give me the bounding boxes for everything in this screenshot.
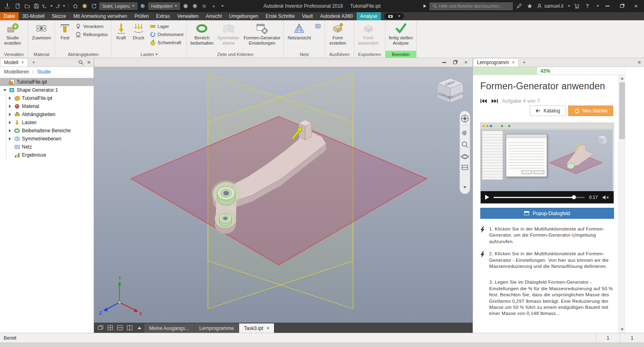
group-label-lasten[interactable]: Lasten ▾ [111, 51, 187, 58]
druck-button[interactable]: Druck [130, 22, 147, 41]
schwerkraft-button[interactable]: Schwerkraft [148, 39, 185, 46]
toolbar-overflow-caret[interactable] [221, 5, 224, 7]
tree-item-abhaengigkeiten[interactable]: Abhängigkeiten [6, 110, 94, 119]
maximize-button[interactable] [616, 1, 627, 11]
tree-item-material[interactable]: Material [6, 102, 94, 110]
tab-vault[interactable]: Vault [298, 12, 316, 20]
search-input[interactable] [439, 4, 510, 9]
volume-muted-icon[interactable] [602, 195, 609, 200]
popup-dialogfeld-button[interactable]: Popup-Dialogfeld [480, 208, 614, 219]
expander-closed-icon[interactable] [8, 105, 12, 108]
home-button[interactable] [71, 2, 79, 10]
appearance-select[interactable]: Halbpoliert [148, 2, 180, 10]
netzansicht-button[interactable]: Netzansicht [286, 22, 312, 41]
expander-closed-icon[interactable] [8, 121, 12, 124]
scroll-up-icon[interactable] [620, 77, 624, 80]
modellieren-link[interactable]: Modellieren [4, 69, 29, 75]
tab-modell[interactable]: Modell × [0, 58, 28, 67]
store-button[interactable] [573, 2, 581, 10]
vertical-tile-icon[interactable] [125, 323, 134, 333]
tab-autodesk-a360[interactable]: Autodesk A360 [317, 12, 357, 20]
tab-erste-schritte[interactable]: Erste Schritte [262, 12, 298, 20]
scroll-down-icon[interactable] [620, 328, 624, 331]
horizontal-tile-icon[interactable] [115, 323, 124, 333]
3d-viewport[interactable]: OBEN VORNE RECHTS [94, 67, 473, 323]
tutorial-scrollbar[interactable] [618, 75, 625, 333]
tree-item-ergebnisse[interactable]: Ergebnisse [6, 151, 94, 159]
run-step-button[interactable] [480, 226, 486, 245]
group-label-ziele-und-kriterien[interactable]: Ziele und Kriterien [187, 51, 283, 58]
favorites-button[interactable] [526, 2, 534, 10]
user-account-menu[interactable]: samuel.li [537, 3, 570, 9]
video-progress-track[interactable] [494, 197, 585, 198]
tab-datei[interactable]: Datei [0, 12, 19, 20]
close-window-button[interactable]: × [630, 1, 642, 11]
tab-lernprogramm[interactable]: Lernprogramm × [473, 58, 519, 67]
katalog-button[interactable]: Katalog [530, 106, 566, 116]
tree-item-shape-generator[interactable]: Shape Generator:1 [0, 86, 94, 94]
run-step-button[interactable] [480, 251, 486, 269]
lager-button[interactable]: Lager [148, 23, 185, 30]
doc-tab-meine-ausgangsseite[interactable]: Meine Ausgangs... × [144, 323, 194, 333]
tutorial-menu-icon[interactable]: ≡ [638, 60, 641, 65]
group-label-ausfuehren[interactable]: Ausführen [325, 51, 353, 58]
video-progress-knob[interactable] [572, 195, 576, 199]
tab-ansicht[interactable]: Ansicht [202, 12, 225, 20]
expander-closed-icon[interactable] [8, 137, 12, 140]
parameters-fx-button[interactable]: fx [200, 2, 208, 10]
group-label-exportieren[interactable]: Exportieren [354, 51, 385, 58]
tab-3d-modell[interactable]: 3D-Modell [19, 12, 48, 20]
scrollbar-thumb[interactable] [619, 82, 625, 139]
tile-windows-icon[interactable] [105, 323, 115, 333]
viewport-restore-button[interactable] [450, 59, 460, 66]
form-erstellen-button[interactable]: Form erstellen [327, 22, 348, 46]
collapse-tabs-icon[interactable] [135, 323, 144, 333]
update-button[interactable] [90, 2, 98, 10]
viewport-minimize-button[interactable] [439, 59, 449, 66]
add-tutorial-tab-button[interactable]: + [519, 58, 530, 67]
mesh-settings-button[interactable] [314, 23, 323, 30]
save-button[interactable] [32, 2, 40, 10]
play-icon[interactable] [485, 195, 489, 200]
open-file-button[interactable] [23, 2, 31, 10]
verankern-button[interactable]: Verankern [74, 23, 109, 30]
sphere-tool-2-button[interactable] [191, 2, 199, 10]
group-label-abhaengigkeiten[interactable]: Abhängigkeiten [55, 51, 111, 58]
tab-extras[interactable]: Extras [152, 12, 173, 20]
undo-button[interactable] [42, 2, 53, 10]
tab-analyse[interactable]: Analyse [357, 12, 381, 20]
add-tool-button[interactable]: + [210, 2, 217, 10]
group-label-netz[interactable]: Netz [284, 51, 325, 58]
expander-closed-icon[interactable] [8, 97, 12, 100]
fertig-stellen-analyse-button[interactable]: fertig stellen Analyse [387, 22, 414, 46]
minimize-button[interactable] [602, 1, 613, 11]
redo-dropdown-caret[interactable] [63, 5, 65, 7]
tree-item-tutorialfile[interactable]: TutorialFile.ipt [6, 94, 94, 102]
reibungslos-button[interactable]: Reibungslos [74, 31, 109, 38]
group-label-verwalten[interactable]: Verwalten [0, 51, 28, 58]
help-button[interactable]: ? [584, 2, 591, 10]
group-label-material[interactable]: Material [28, 51, 55, 58]
expander-closed-icon[interactable] [8, 113, 12, 116]
pen-button[interactable] [516, 2, 523, 10]
doc-tab-task3[interactable]: Task3.ipt × [239, 323, 274, 333]
expander-closed-icon[interactable] [8, 129, 12, 132]
close-icon[interactable]: × [21, 60, 24, 65]
redo-button[interactable] [54, 2, 65, 10]
viewport-close-button[interactable]: × [461, 59, 471, 66]
tab-mit-anmerkung-versehen[interactable]: Mit Anmerkung versehen [70, 12, 131, 20]
search-icon[interactable] [78, 60, 83, 65]
screencast-button[interactable] [384, 13, 404, 19]
drehmoment-button[interactable]: Drehmoment [148, 31, 185, 38]
tree-item-tutorialfile-root[interactable]: TutorialFile.ipt [0, 78, 94, 86]
tab-verwalten[interactable]: Verwalten [173, 12, 202, 20]
viewcube[interactable]: OBEN VORNE RECHTS [437, 78, 464, 103]
tree-item-lasten[interactable]: Lasten [6, 119, 94, 127]
fest-button[interactable]: Fest [57, 22, 73, 41]
tree-item-netz[interactable]: Netz [6, 143, 94, 151]
next-task-button[interactable] [491, 99, 498, 103]
navigation-bar[interactable] [460, 111, 470, 194]
tab-pruefen[interactable]: Prüfen [131, 12, 152, 20]
close-icon[interactable]: × [266, 326, 269, 331]
help-dropdown-caret[interactable] [597, 5, 599, 7]
